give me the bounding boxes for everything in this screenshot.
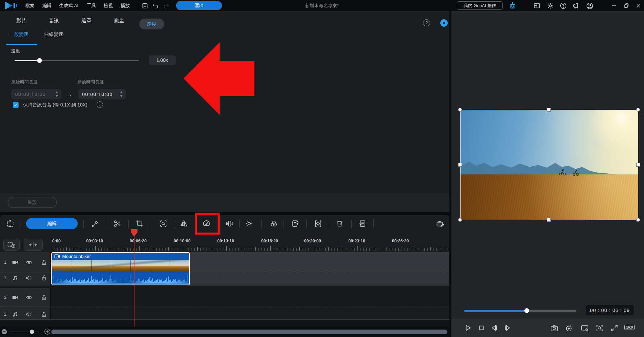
track-lane-audio-2[interactable] bbox=[51, 307, 449, 319]
playhead-line[interactable] bbox=[134, 237, 134, 327]
lock-open-icon[interactable] bbox=[41, 311, 47, 318]
clip-title-bar[interactable]: Mountainbiker bbox=[52, 253, 189, 260]
speaker-icon[interactable] bbox=[25, 311, 33, 318]
customize-toolbar-button[interactable] bbox=[436, 219, 445, 228]
preview-seek-slider[interactable] bbox=[464, 308, 576, 313]
my-genai-creations-button[interactable]: 我的 GenAI 創作 bbox=[457, 1, 503, 10]
window-close-button[interactable] bbox=[634, 1, 643, 10]
redo-button[interactable] bbox=[162, 1, 171, 10]
split-tool-button[interactable] bbox=[113, 219, 122, 228]
subtab-curve-speed[interactable]: 曲線變速 bbox=[44, 31, 63, 40]
speech-to-text-button[interactable] bbox=[291, 219, 300, 228]
menu-item-tools[interactable]: 工具 bbox=[87, 0, 96, 11]
resize-handle-top-left[interactable] bbox=[458, 108, 462, 112]
tab-video[interactable]: 影片 bbox=[16, 11, 26, 30]
menu-item-file[interactable]: 檔案 bbox=[25, 0, 34, 11]
next-frame-button[interactable] bbox=[503, 323, 512, 333]
panel-close-button[interactable]: ✕ bbox=[440, 19, 448, 27]
eye-icon[interactable] bbox=[25, 259, 33, 266]
tab-audio[interactable]: 音訊 bbox=[49, 11, 59, 30]
aspect-ratio-button[interactable]: 16:9 bbox=[624, 325, 635, 330]
subtab-normal-speed[interactable]: 一般變速 bbox=[9, 31, 28, 40]
resize-handle-mid-right[interactable] bbox=[636, 163, 640, 167]
new-duration-field[interactable]: 00:00:10:00 bbox=[78, 89, 126, 99]
brightness-sun-icon bbox=[245, 219, 253, 228]
resize-handle-top-center[interactable] bbox=[547, 108, 551, 112]
snapshot-button[interactable] bbox=[549, 323, 559, 333]
preview-video-frame[interactable] bbox=[460, 110, 638, 220]
project-title: 新增未命名專案* bbox=[305, 0, 339, 11]
zoom-select-icon bbox=[159, 219, 168, 228]
resize-handle-top-right[interactable] bbox=[636, 108, 640, 112]
resize-handle-mid-left[interactable] bbox=[458, 163, 462, 167]
timeline-clip-mountainbiker[interactable]: Mountainbiker bbox=[51, 252, 190, 285]
timeline-zoom-thumb[interactable] bbox=[30, 330, 34, 334]
fullscreen-button[interactable] bbox=[610, 323, 619, 333]
chevron-down-icon[interactable] bbox=[120, 95, 123, 97]
menu-item-play[interactable]: 播放 bbox=[121, 0, 130, 11]
speed-value-box[interactable]: 1.00x bbox=[149, 55, 176, 65]
lock-open-icon[interactable] bbox=[41, 294, 47, 301]
tab-mask[interactable]: 遮罩 bbox=[81, 11, 92, 30]
save-button[interactable] bbox=[141, 1, 149, 10]
playhead-marker[interactable] bbox=[130, 229, 138, 237]
edit-mode-button[interactable]: 編輯 bbox=[26, 218, 78, 229]
zoom-out-icon[interactable] bbox=[1, 329, 7, 335]
eye-icon[interactable] bbox=[25, 294, 33, 301]
track-select-tool-button[interactable] bbox=[5, 219, 15, 228]
lock-open-icon[interactable] bbox=[41, 274, 47, 282]
resize-handle-bottom-center[interactable] bbox=[547, 218, 551, 222]
delete-button[interactable] bbox=[335, 219, 344, 228]
resize-handle-bottom-right[interactable] bbox=[636, 218, 640, 222]
chevron-up-icon[interactable] bbox=[120, 91, 123, 93]
previous-frame-button[interactable] bbox=[490, 323, 499, 333]
resize-handle-bottom-left[interactable] bbox=[458, 218, 462, 222]
workspace-layout-button[interactable] bbox=[532, 1, 541, 10]
color-adjust-button[interactable] bbox=[269, 219, 278, 228]
lock-open-icon[interactable] bbox=[41, 259, 47, 266]
magnetic-zoom-button[interactable] bbox=[158, 219, 168, 228]
timeline-zoom-slider[interactable] bbox=[11, 332, 39, 332]
reset-button[interactable]: 重設 bbox=[8, 197, 57, 208]
info-icon[interactable]: i bbox=[97, 101, 103, 108]
announcements-button[interactable] bbox=[572, 1, 580, 10]
genai-robot-button[interactable] bbox=[508, 1, 517, 10]
menu-item-generative-ai[interactable]: 生成式 AI bbox=[59, 0, 78, 11]
track-lane-video-2[interactable] bbox=[51, 288, 449, 307]
panel-help-button[interactable]: ? bbox=[423, 19, 430, 26]
new-duration-stepper[interactable] bbox=[119, 91, 123, 98]
zoom-in-icon[interactable] bbox=[44, 328, 51, 335]
timecode-display[interactable]: 00 : 00 : 06 : 09 bbox=[586, 305, 634, 315]
menu-item-edit[interactable]: 編輯 bbox=[42, 0, 51, 11]
undo-button[interactable] bbox=[151, 1, 160, 10]
menu-item-view[interactable]: 檢視 bbox=[104, 0, 113, 11]
window-minimize-button[interactable] bbox=[610, 1, 618, 10]
preview-quality-button[interactable] bbox=[580, 323, 589, 333]
flip-button[interactable] bbox=[179, 219, 188, 228]
help-button[interactable] bbox=[559, 1, 568, 10]
seek-thumb[interactable] bbox=[524, 308, 529, 313]
slider-thumb[interactable] bbox=[37, 58, 42, 63]
play-button[interactable] bbox=[463, 323, 472, 333]
divider bbox=[151, 220, 151, 228]
timeline-horizontal-scrollbar[interactable] bbox=[51, 330, 447, 334]
keep-pitch-checkbox[interactable]: ✓ bbox=[13, 102, 19, 108]
crop-tool-button[interactable] bbox=[134, 219, 144, 228]
stabilizer-button[interactable] bbox=[225, 219, 234, 228]
settings-button[interactable] bbox=[546, 1, 555, 10]
render-preview-button[interactable] bbox=[564, 323, 573, 333]
speed-slider[interactable] bbox=[15, 58, 139, 63]
export-button[interactable]: 匯出 bbox=[176, 1, 222, 10]
tab-speed[interactable]: 速度 bbox=[139, 19, 164, 29]
track-number: 1 bbox=[4, 275, 6, 280]
stop-button[interactable] bbox=[477, 323, 486, 333]
zoom-fit-button[interactable] bbox=[595, 323, 604, 333]
account-button[interactable] bbox=[585, 1, 594, 10]
window-restore-button[interactable] bbox=[622, 1, 631, 10]
keyframe-button[interactable] bbox=[313, 219, 323, 228]
lighting-button[interactable] bbox=[244, 219, 254, 228]
tab-animation[interactable]: 動畫 bbox=[114, 11, 124, 30]
select-all-after-button[interactable] bbox=[357, 219, 367, 228]
speaker-icon[interactable] bbox=[25, 274, 33, 282]
razor-tool-button[interactable] bbox=[90, 219, 100, 228]
